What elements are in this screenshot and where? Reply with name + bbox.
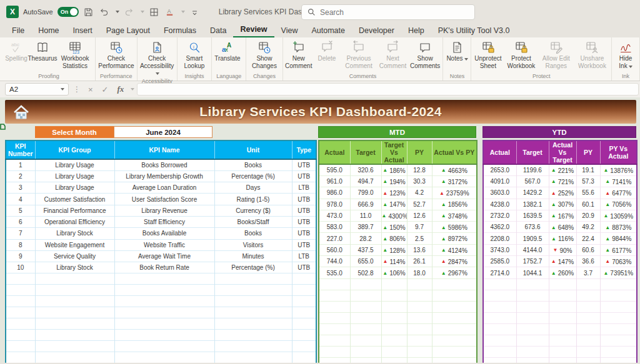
empty-cell[interactable]	[6, 285, 35, 296]
kpi-cell[interactable]: UTB	[292, 170, 316, 182]
empty-cell[interactable]	[381, 278, 407, 290]
ytd-cell[interactable]: ▲648%	[549, 222, 576, 233]
kpi-cell[interactable]: 5	[6, 205, 35, 216]
ytd-cell[interactable]: 2732.0	[483, 210, 516, 221]
ytd-cell[interactable]: 673.6	[516, 222, 549, 233]
kpi-cell[interactable]: Website Traffic	[114, 239, 214, 250]
kpi-header-kpi-group[interactable]: KPI Group	[35, 140, 114, 159]
kpi-cell[interactable]: Library Membership Growth	[114, 170, 214, 182]
kpi-cell[interactable]: Rating (1-5)	[214, 194, 292, 205]
formula-input[interactable]	[137, 83, 639, 96]
empty-cell[interactable]	[35, 273, 114, 285]
mtd-cell[interactable]: 583.0	[319, 222, 350, 233]
ytd-cell[interactable]: 2714.0	[483, 267, 516, 278]
mtd-cell[interactable]: ▲4663%	[432, 164, 477, 175]
ytd-cell[interactable]: ▲252%	[549, 187, 576, 199]
empty-cell[interactable]	[35, 341, 114, 352]
spreadsheet-area[interactable]: Library Services KPI Dashboard-2024 Sele…	[0, 97, 640, 363]
kpi-cell[interactable]: 9	[6, 250, 35, 262]
mtd-cell[interactable]: 227.0	[319, 233, 350, 244]
empty-cell[interactable]	[35, 296, 114, 307]
ytd-cell[interactable]: 57.3	[576, 175, 600, 187]
insert-function-icon[interactable]: fx	[114, 84, 128, 94]
ytd-cell[interactable]: 55.6	[576, 187, 600, 199]
kpi-cell[interactable]: Customer Satisfaction	[35, 194, 114, 205]
mtd-cell[interactable]: 12.6	[407, 210, 432, 221]
mtd-cell[interactable]: 799.0	[350, 187, 381, 199]
mtd-cell[interactable]: 978.0	[319, 199, 350, 210]
mtd-cell[interactable]: ▲5986%	[432, 222, 477, 233]
mtd-cell[interactable]: 9.7	[407, 222, 432, 233]
ytd-cell[interactable]: 4362.0	[483, 222, 516, 233]
ytd-cell[interactable]: ▲8873%	[600, 222, 637, 233]
ytd-cell[interactable]: 3.7	[576, 267, 600, 278]
ytd-cell[interactable]: 1909.5	[516, 233, 549, 244]
mtd-cell[interactable]: 18.0	[407, 267, 432, 278]
mtd-cell[interactable]: ▲114%	[381, 256, 407, 267]
ytd-cell[interactable]: ▲260%	[549, 267, 576, 278]
empty-cell[interactable]	[350, 357, 381, 363]
kpi-cell[interactable]: Library Usage	[35, 170, 114, 182]
empty-cell[interactable]	[516, 323, 549, 335]
mtd-header-actual[interactable]: Actual	[319, 140, 350, 164]
empty-cell[interactable]	[114, 330, 214, 341]
kpi-header-kpi-number[interactable]: KPI Number	[6, 140, 35, 159]
empty-cell[interactable]	[6, 296, 35, 307]
empty-cell[interactable]	[576, 312, 600, 323]
kpi-cell[interactable]: Books	[214, 228, 292, 239]
kpi-cell[interactable]: Library Revenue	[114, 205, 214, 216]
mtd-cell[interactable]: 986.0	[319, 187, 350, 199]
mtd-cell[interactable]: ▲1856%	[432, 199, 477, 210]
search-input[interactable]	[320, 8, 445, 17]
ytd-cell[interactable]: 36.6	[576, 256, 600, 267]
confirm-entry-icon[interactable]: ✓	[99, 85, 112, 94]
ytd-header-target[interactable]: Target	[516, 140, 549, 164]
protect-workbook-button[interactable]: Protect Workbook	[504, 39, 538, 70]
tab-insert[interactable]: Insert	[66, 24, 99, 37]
mtd-cell[interactable]: ▲106%	[381, 267, 407, 278]
empty-cell[interactable]	[407, 323, 432, 335]
kpi-cell[interactable]: UTB	[292, 239, 316, 250]
kpi-cell[interactable]: LTB	[292, 250, 316, 262]
empty-cell[interactable]	[407, 357, 432, 363]
mtd-cell[interactable]: ▲147%	[381, 199, 407, 210]
mtd-cell[interactable]: 961.0	[319, 175, 350, 187]
kpi-header-type[interactable]: Type	[292, 140, 316, 159]
kpi-cell[interactable]: Percentage (%)	[214, 170, 292, 182]
empty-cell[interactable]	[292, 296, 316, 307]
kpi-cell[interactable]: Financial Performance	[35, 205, 114, 216]
empty-cell[interactable]	[214, 296, 292, 307]
ytd-cell[interactable]: ▲13059%	[600, 210, 637, 221]
mtd-cell[interactable]: 320.6	[350, 164, 381, 175]
ytd-cell[interactable]: ▲7056%	[600, 199, 637, 210]
ytd-cell[interactable]: ▲221%	[549, 164, 576, 175]
empty-cell[interactable]	[114, 352, 214, 363]
mtd-cell[interactable]: ▲128%	[381, 244, 407, 255]
mtd-cell[interactable]: 744.0	[319, 256, 350, 267]
ytd-cell[interactable]: 60.6	[576, 244, 600, 255]
empty-cell[interactable]	[516, 312, 549, 323]
empty-cell[interactable]	[549, 312, 576, 323]
mtd-cell[interactable]: ▲2847%	[432, 256, 477, 267]
mtd-cell[interactable]: 560.0	[319, 244, 350, 255]
ytd-cell[interactable]: 2653.0	[483, 164, 516, 175]
empty-cell[interactable]	[600, 323, 637, 335]
empty-cell[interactable]	[6, 307, 35, 318]
kpi-header-unit[interactable]: Unit	[214, 140, 292, 159]
kpi-cell[interactable]: UTB	[292, 216, 316, 227]
empty-cell[interactable]	[319, 335, 350, 346]
mtd-cell[interactable]: 2.5	[407, 233, 432, 244]
empty-cell[interactable]	[600, 346, 637, 357]
empty-cell[interactable]	[214, 285, 292, 296]
mtd-cell[interactable]: ▲23759%	[432, 187, 477, 199]
kpi-cell[interactable]: 3	[6, 182, 35, 194]
mtd-cell[interactable]: 52.7	[407, 199, 432, 210]
empty-cell[interactable]	[114, 318, 214, 330]
autosave-toggle[interactable]: On	[58, 7, 79, 17]
kpi-cell[interactable]: LTB	[292, 182, 316, 194]
ytd-cell[interactable]: ▲13876%	[600, 164, 637, 175]
mtd-cell[interactable]: 26.1	[407, 256, 432, 267]
empty-cell[interactable]	[6, 330, 35, 341]
empty-cell[interactable]	[549, 357, 576, 363]
empty-cell[interactable]	[35, 307, 114, 318]
